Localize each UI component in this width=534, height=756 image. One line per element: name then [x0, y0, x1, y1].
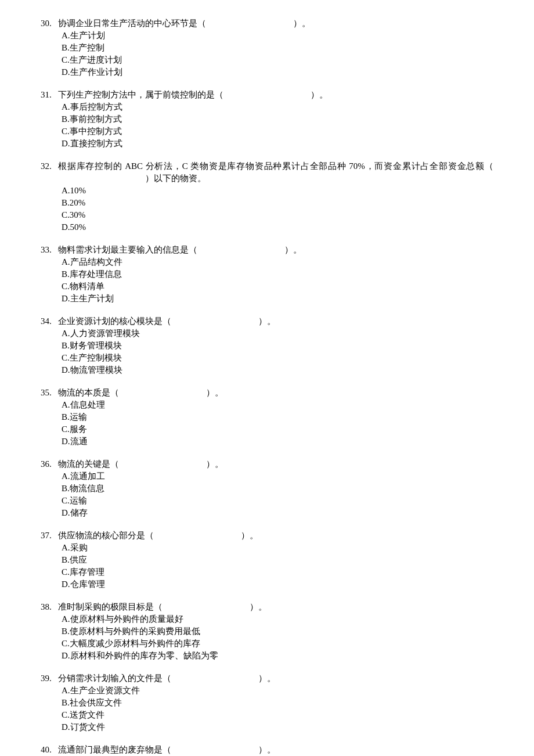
stem-pre: 企业资源计划的核心模块是（	[58, 316, 171, 326]
question: 40.流通部门最典型的废弃物是（）。A.被捆包的物体解捆以后所产生的废弃捆包材料	[41, 744, 493, 756]
question-header: 33.物料需求计划最主要输入的信息是（）。	[41, 244, 493, 256]
question-header: 39.分销需求计划输入的文件是（）。	[41, 672, 493, 685]
option[interactable]: B.使原材料与外购件的采购费用最低	[62, 625, 493, 638]
question-number: 40.	[41, 744, 58, 756]
option[interactable]: D.生产作业计划	[62, 66, 493, 78]
option[interactable]: A.人力资源管理模块	[62, 327, 493, 340]
option[interactable]: C.大幅度减少原材料与外购件的库存	[62, 638, 493, 650]
question-stem: 供应物流的核心部分是（）。	[58, 530, 493, 542]
question: 32.根据库存控制的 ABC 分析法，C 类物资是库存物资品种累计占全部品种 7…	[41, 160, 493, 233]
question-header: 35.物流的本质是（）。	[41, 387, 493, 399]
option[interactable]: A.产品结构文件	[62, 256, 493, 268]
option[interactable]: B.20%	[62, 197, 493, 209]
options: A.使原材料与外购件的质量最好B.使原材料与外购件的采购费用最低C.大幅度减少原…	[62, 613, 493, 662]
option[interactable]: B.运输	[62, 411, 493, 423]
question-header: 30.协调企业日常生产活动的中心环节是（）。	[41, 17, 493, 30]
stem-post: ）。	[293, 19, 311, 28]
stem-pre: 供应物流的核心部分是（	[58, 531, 154, 540]
question-header: 40.流通部门最典型的废弃物是（）。	[41, 744, 493, 756]
option[interactable]: D.仓库管理	[62, 578, 493, 591]
option[interactable]: C.生产进度计划	[62, 54, 493, 66]
stem-pre: 下列生产控制方法中，属于前馈控制的是（	[58, 90, 223, 99]
question-number: 39.	[41, 672, 58, 685]
option[interactable]: B.财务管理模块	[62, 340, 493, 352]
options: A.产品结构文件B.库存处理信息C.物料清单D.主生产计划	[62, 256, 493, 305]
question-stem: 企业资源计划的核心模块是（）。	[58, 315, 493, 327]
option[interactable]: C.事中控制方式	[62, 125, 493, 138]
question-number: 36.	[41, 458, 58, 470]
question: 36.物流的关键是（）。A.流通加工B.物流信息C.运输D.储存	[41, 458, 493, 519]
question-stem: 物流的关键是（）。	[58, 458, 493, 470]
stem-post: ）。	[206, 388, 223, 397]
option[interactable]: B.生产控制	[62, 42, 493, 54]
option[interactable]: C.服务	[62, 423, 493, 435]
option[interactable]: A.生产企业资源文件	[62, 685, 493, 697]
stem-post: ）。	[311, 90, 328, 99]
option[interactable]: D.直接控制方式	[62, 138, 493, 150]
question: 31.下列生产控制方法中，属于前馈控制的是（）。A.事后控制方式B.事前控制方式…	[41, 89, 493, 150]
option[interactable]: A.采购	[62, 542, 493, 554]
option[interactable]: D.流通	[62, 435, 493, 448]
stem-pre: 物流的本质是（	[58, 388, 119, 397]
option[interactable]: C.运输	[62, 495, 493, 507]
options: A.信息处理B.运输C.服务D.流通	[62, 399, 493, 448]
options: A.事后控制方式B.事前控制方式C.事中控制方式D.直接控制方式	[62, 101, 493, 150]
question-stem: 根据库存控制的 ABC 分析法，C 类物资是库存物资品种累计占全部品种 70%，…	[58, 160, 493, 185]
question-number: 33.	[41, 244, 58, 256]
option[interactable]: B.供应	[62, 554, 493, 566]
option[interactable]: B.事前控制方式	[62, 113, 493, 125]
option[interactable]: D.物流管理模块	[62, 364, 493, 376]
option[interactable]: C.生产控制模块	[62, 352, 493, 364]
stem-post: ）以下的物资。	[145, 174, 206, 183]
stem-pre: 准时制采购的极限目标是（	[58, 602, 163, 611]
stem-post: ）。	[241, 531, 258, 540]
option[interactable]: D.储存	[62, 507, 493, 519]
question-number: 34.	[41, 315, 58, 327]
question: 39.分销需求计划输入的文件是（）。A.生产企业资源文件B.社会供应文件C.送货…	[41, 672, 493, 733]
option[interactable]: B.库存处理信息	[62, 268, 493, 280]
options: A.10%B.20%C.30%D.50%	[62, 185, 493, 233]
question-number: 37.	[41, 530, 58, 542]
option[interactable]: A.信息处理	[62, 399, 493, 411]
question-header: 31.下列生产控制方法中，属于前馈控制的是（）。	[41, 89, 493, 101]
option[interactable]: C.30%	[62, 209, 493, 221]
options: A.生产计划B.生产控制C.生产进度计划D.生产作业计划	[62, 30, 493, 78]
question-header: 38.准时制采购的极限目标是（）。	[41, 601, 493, 613]
option[interactable]: D.50%	[62, 221, 493, 233]
option[interactable]: A.事后控制方式	[62, 101, 493, 113]
stem-post: ）。	[258, 674, 276, 683]
question-header: 37.供应物流的核心部分是（）。	[41, 530, 493, 542]
option[interactable]: D.原材料和外购件的库存为零、缺陷为零	[62, 650, 493, 662]
option[interactable]: B.社会供应文件	[62, 697, 493, 709]
question-number: 30.	[41, 17, 58, 30]
stem-pre: 物流的关键是（	[58, 459, 119, 469]
option[interactable]: D.主生产计划	[62, 293, 493, 305]
option[interactable]: B.物流信息	[62, 483, 493, 495]
stem-pre: 根据库存控制的 ABC 分析法，C 类物资是库存物资品种累计占全部品种 70%，…	[58, 161, 493, 171]
option[interactable]: A.10%	[62, 185, 493, 197]
question: 38.准时制采购的极限目标是（）。A.使原材料与外购件的质量最好B.使原材料与外…	[41, 601, 493, 662]
stem-post: ）。	[284, 245, 302, 254]
stem-pre: 分销需求计划输入的文件是（	[58, 674, 171, 683]
question-number: 38.	[41, 601, 58, 613]
option[interactable]: D.订货文件	[62, 721, 493, 733]
option[interactable]: C.库存管理	[62, 566, 493, 578]
option[interactable]: A.生产计划	[62, 30, 493, 42]
stem-pre: 协调企业日常生产活动的中心环节是（	[58, 19, 206, 28]
options: A.流通加工B.物流信息C.运输D.储存	[62, 470, 493, 519]
option[interactable]: C.物料清单	[62, 280, 493, 293]
stem-post: ）。	[250, 602, 267, 611]
question-stem: 物料需求计划最主要输入的信息是（）。	[58, 244, 493, 256]
question-stem: 物流的本质是（）。	[58, 387, 493, 399]
question: 35.物流的本质是（）。A.信息处理B.运输C.服务D.流通	[41, 387, 493, 448]
question: 33.物料需求计划最主要输入的信息是（）。A.产品结构文件B.库存处理信息C.物…	[41, 244, 493, 305]
question: 30.协调企业日常生产活动的中心环节是（）。A.生产计划B.生产控制C.生产进度…	[41, 17, 493, 78]
question: 34.企业资源计划的核心模块是（）。A.人力资源管理模块B.财务管理模块C.生产…	[41, 315, 493, 376]
question-header: 32.根据库存控制的 ABC 分析法，C 类物资是库存物资品种累计占全部品种 7…	[41, 160, 493, 185]
option[interactable]: A.流通加工	[62, 470, 493, 483]
option[interactable]: A.使原材料与外购件的质量最好	[62, 613, 493, 625]
question: 37.供应物流的核心部分是（）。A.采购B.供应C.库存管理D.仓库管理	[41, 530, 493, 591]
option[interactable]: C.送货文件	[62, 709, 493, 721]
stem-post: ）。	[206, 459, 223, 469]
question-stem: 准时制采购的极限目标是（）。	[58, 601, 493, 613]
